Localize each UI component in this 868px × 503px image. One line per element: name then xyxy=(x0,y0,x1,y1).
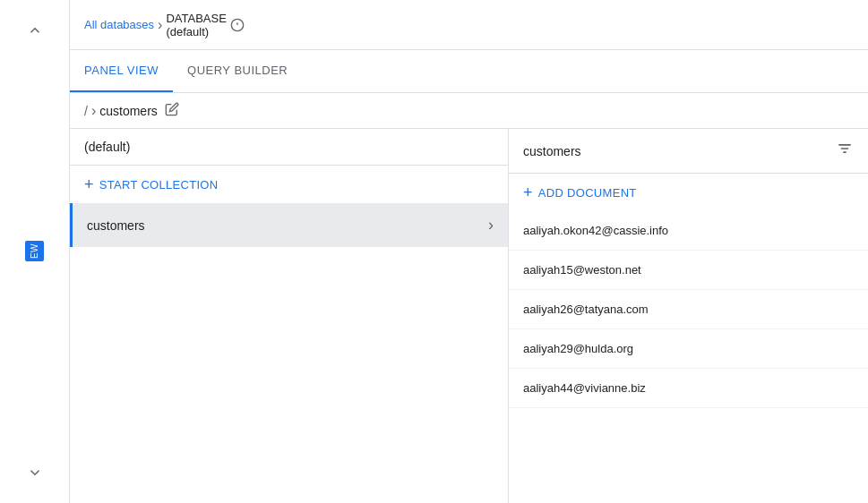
sidebar-collapse-bottom-button[interactable] xyxy=(22,460,47,485)
panels-container: (default) + START COLLECTION customers ›… xyxy=(70,129,868,503)
tabs-row: PANEL VIEW QUERY BUILDER xyxy=(70,50,868,93)
edit-collection-name-icon[interactable] xyxy=(165,102,179,119)
document-list-item[interactable]: aaliyah29@hulda.org xyxy=(509,329,868,369)
sidebar-toggle-panel: EW xyxy=(0,0,70,503)
document-list-item[interactable]: aaliyah15@weston.net xyxy=(509,251,868,290)
breadcrumb-collection-name: customers xyxy=(99,104,158,118)
left-panel-header: (default) xyxy=(70,129,508,166)
info-icon[interactable] xyxy=(230,18,245,32)
right-panel-title: customers xyxy=(523,144,581,158)
collection-item-name: customers xyxy=(87,218,145,233)
breadcrumb-nav: / › customers xyxy=(70,93,868,129)
start-collection-plus-icon: + xyxy=(84,176,94,192)
right-panel-header: customers xyxy=(509,129,868,174)
add-document-button[interactable]: + ADD DOCUMENT xyxy=(509,174,868,211)
add-document-plus-icon: + xyxy=(523,184,533,200)
document-list: aaliyah.okon42@cassie.infoaaliyah15@west… xyxy=(509,211,868,503)
left-panel: (default) + START COLLECTION customers › xyxy=(70,129,509,503)
customers-collection-item[interactable]: customers › xyxy=(70,203,508,247)
filter-icon[interactable] xyxy=(836,140,854,162)
all-databases-link[interactable]: All databases xyxy=(84,18,154,31)
document-list-item[interactable]: aaliyah26@tatyana.com xyxy=(509,290,868,329)
tab-panel-view[interactable]: PANEL VIEW xyxy=(70,50,173,92)
document-list-item[interactable]: aaliyah44@vivianne.biz xyxy=(509,369,868,408)
collection-chevron-right-icon: › xyxy=(488,216,494,234)
breadcrumb-top: All databases › DATABASE (default) xyxy=(84,12,245,38)
breadcrumb-slash: / xyxy=(84,104,88,118)
breadcrumb-chevron: › xyxy=(158,17,162,33)
right-panel: customers + ADD DOCUMENT aaliyah.okon42@… xyxy=(509,129,868,503)
sidebar-blue-label: EW xyxy=(25,241,44,261)
database-name: DATABASE (default) xyxy=(166,12,226,38)
breadcrumb-nav-chevron: › xyxy=(91,103,96,119)
top-header: All databases › DATABASE (default) xyxy=(70,0,868,50)
document-list-item[interactable]: aaliyah.okon42@cassie.info xyxy=(509,211,868,251)
sidebar-collapse-top-button[interactable] xyxy=(22,18,47,43)
main-content: All databases › DATABASE (default) PANEL… xyxy=(70,0,868,503)
tab-query-builder[interactable]: QUERY BUILDER xyxy=(173,50,302,92)
start-collection-button[interactable]: + START COLLECTION xyxy=(70,166,508,203)
